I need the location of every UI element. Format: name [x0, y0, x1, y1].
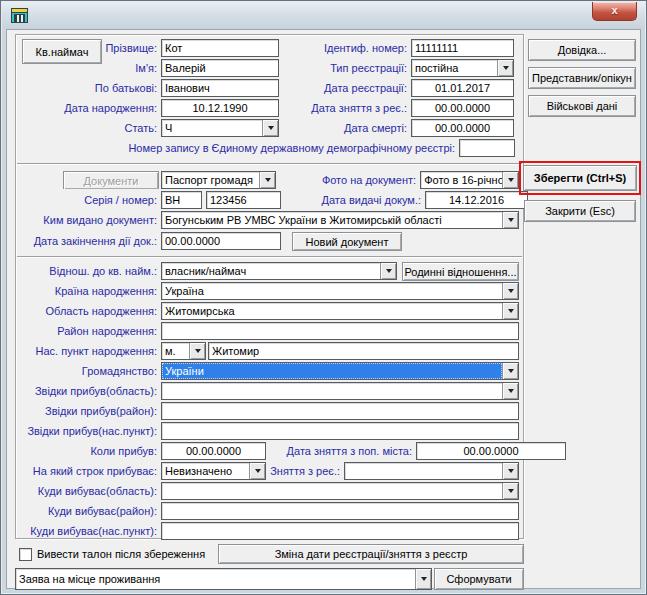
chevron-down-icon[interactable]: [502, 212, 518, 228]
birthplace-type-combobox[interactable]: м.: [161, 342, 206, 360]
chevron-down-icon[interactable]: [262, 120, 278, 136]
chevron-down-icon[interactable]: [380, 263, 396, 279]
citizenship-label: Громадянство:: [17, 362, 161, 380]
firstname-input[interactable]: [161, 59, 279, 77]
surname-label: Прізвище:: [17, 39, 161, 57]
print-coupon-option: Вивести талон після збереження: [19, 546, 205, 562]
document-template-combobox[interactable]: Заява на місце проживання: [15, 568, 432, 590]
relation-combobox[interactable]: власник/наймач: [161, 262, 397, 280]
citizenship-combobox[interactable]: України: [161, 362, 519, 380]
save-button[interactable]: Зберегти (Ctrl+S): [523, 165, 637, 191]
chevron-down-icon[interactable]: [497, 60, 513, 76]
photo-value: Фото в 16-річному: [421, 172, 502, 188]
family-relations-button[interactable]: Родинні відношення...: [402, 262, 519, 281]
chevron-down-icon[interactable]: [249, 463, 265, 479]
arrivedate-label: Коли прибув:: [17, 442, 161, 460]
toregion-value: [162, 483, 502, 499]
regtype-combobox[interactable]: постійна: [411, 59, 514, 77]
toregion-combobox[interactable]: [161, 482, 519, 500]
save-button-highlight: Зберегти (Ctrl+S): [519, 161, 641, 195]
prevderegdate-input[interactable]: [416, 442, 566, 460]
deregdate-label: Дата зняття з реє.:: [279, 99, 411, 117]
close-button[interactable]: Закрити (Esc): [524, 200, 636, 222]
regtype-value: постійна: [412, 60, 497, 76]
demreg-input[interactable]: [459, 139, 515, 157]
chevron-down-icon[interactable]: [502, 483, 518, 499]
deathdate-label: Дата смерті:: [279, 119, 411, 137]
patronymic-input[interactable]: [161, 79, 279, 97]
todistrict-label: Куди вибуває(район):: [17, 502, 161, 520]
birthplace-input[interactable]: [208, 342, 519, 360]
doc-series-input[interactable]: [161, 191, 202, 209]
chevron-down-icon[interactable]: [502, 283, 518, 299]
birthregion-value: Житомирська: [162, 303, 502, 319]
relation-label: Віднош. до кв. найм.:: [17, 262, 161, 280]
dereg-combobox[interactable]: [344, 462, 519, 480]
form-panel: Кв.наймач Прізвище: Ідентиф. номер: Ім'я…: [15, 34, 524, 539]
prevderegdate-label: Дата зняття з поп. міста:: [266, 442, 416, 460]
toplace-input[interactable]: [161, 522, 519, 540]
title-bar[interactable]: x: [2, 2, 645, 29]
relation-value: власник/наймач: [162, 263, 380, 279]
doc-number-input[interactable]: [206, 191, 281, 209]
birthregion-combobox[interactable]: Житомирська: [161, 302, 519, 320]
arrivedate-input[interactable]: [161, 442, 266, 460]
issuedate-label: Дата видачі докум.:: [281, 191, 425, 209]
todistrict-input[interactable]: [161, 502, 519, 520]
series-label: Серія / номер:: [17, 191, 161, 209]
birthdistrict-input[interactable]: [161, 322, 519, 340]
fromplace-input[interactable]: [161, 422, 519, 440]
chevron-down-icon[interactable]: [189, 343, 205, 359]
birthdistrict-label: Район народження:: [17, 322, 161, 340]
photo-label: Фото на документ:: [276, 171, 420, 189]
term-value: Невизначено: [162, 463, 249, 479]
print-coupon-checkbox[interactable]: [19, 548, 32, 561]
demreg-label: Номер запису в Єдиному державному демогр…: [17, 139, 459, 157]
surname-input[interactable]: [161, 39, 279, 57]
deregdate-input[interactable]: [411, 99, 514, 117]
fromdistrict-input[interactable]: [161, 402, 519, 420]
issuer-label: Ким видано документ:: [17, 211, 161, 229]
chevron-down-icon[interactable]: [502, 383, 518, 399]
gender-combobox[interactable]: Ч: [161, 119, 279, 137]
change-regdate-button[interactable]: Зміна дати реєстрації/зняття з реєстр: [218, 544, 524, 564]
app-icon: [11, 8, 28, 23]
help-button[interactable]: Довідка...: [528, 39, 636, 61]
birthplace-label: Нас. пункт народження:: [17, 342, 161, 360]
expiry-label: Дата закінчення дії док.:: [17, 232, 161, 250]
print-coupon-label: Вивести талон після збереження: [37, 548, 205, 560]
chevron-down-icon[interactable]: [259, 172, 275, 188]
fromregion-label: Звідки прибув(область):: [17, 382, 161, 400]
regdate-input[interactable]: [411, 79, 514, 97]
doctype-combobox[interactable]: Паспорт громадя: [161, 171, 276, 189]
representative-button[interactable]: Представник/опікун: [528, 67, 636, 89]
birthplace-type-value: м.: [162, 343, 189, 359]
military-data-button[interactable]: Військові дані: [528, 95, 636, 117]
term-combobox[interactable]: Невизначено: [161, 462, 266, 480]
new-document-button[interactable]: Новий документ: [292, 232, 402, 251]
chevron-down-icon[interactable]: [415, 569, 431, 589]
close-window-button[interactable]: x: [592, 2, 637, 21]
dialog-client-area: Кв.наймач Прізвище: Ідентиф. номер: Ім'я…: [6, 29, 641, 589]
expiry-input[interactable]: [161, 232, 281, 250]
fromregion-combobox[interactable]: [161, 382, 519, 400]
issuedate-input[interactable]: [425, 191, 528, 209]
regtype-label: Тип реєстрації:: [279, 59, 411, 77]
birthcountry-combobox[interactable]: Україна: [161, 282, 519, 300]
chevron-down-icon[interactable]: [502, 463, 518, 479]
fromregion-value: [162, 383, 502, 399]
chevron-down-icon[interactable]: [502, 303, 518, 319]
document-template-value: Заява на місце проживання: [16, 569, 415, 589]
dereg-value: [345, 463, 502, 479]
ident-number-input[interactable]: [411, 39, 514, 57]
ident-number-label: Ідентиф. номер:: [279, 39, 411, 57]
generate-button[interactable]: Сформувати: [434, 568, 524, 590]
issuer-combobox[interactable]: Богунським РВ УМВС України в Житомирські…: [161, 211, 519, 229]
photo-combobox[interactable]: Фото в 16-річному: [420, 171, 519, 189]
birthdate-input[interactable]: [161, 99, 279, 117]
deathdate-input[interactable]: [411, 119, 514, 137]
chevron-down-icon[interactable]: [502, 172, 518, 188]
firstname-label: Ім'я:: [17, 59, 161, 77]
chevron-down-icon[interactable]: [502, 363, 518, 379]
section-divider: [17, 163, 522, 165]
